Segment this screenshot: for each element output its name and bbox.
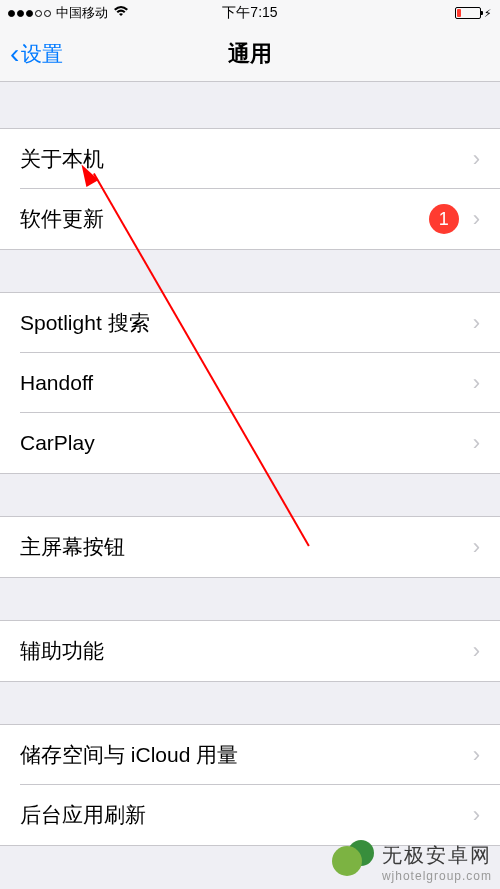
list-group: 储存空间与 iCloud 用量›后台应用刷新› [0,724,500,846]
navigation-bar: ‹ 设置 通用 [0,26,500,82]
chevron-right-icon: › [473,742,480,768]
home-button-item[interactable]: 主屏幕按钮› [0,517,500,577]
chevron-right-icon: › [473,370,480,396]
status-time: 下午7:15 [169,4,330,22]
status-bar: 中国移动 下午7:15 ⚡︎ [0,0,500,26]
item-label: 软件更新 [20,205,429,233]
watermark-logo-icon [332,840,376,884]
chevron-right-icon: › [473,802,480,828]
item-label: 主屏幕按钮 [20,533,473,561]
back-label: 设置 [21,40,63,68]
list-group: Spotlight 搜索›Handoff›CarPlay› [0,292,500,474]
list-group: 关于本机›软件更新1› [0,128,500,250]
chevron-right-icon: › [473,430,480,456]
item-label: 关于本机 [20,145,473,173]
chevron-right-icon: › [473,146,480,172]
item-label: 辅助功能 [20,637,473,665]
spotlight-item[interactable]: Spotlight 搜索› [0,293,500,353]
list-group: 主屏幕按钮› [0,516,500,578]
storage-item[interactable]: 储存空间与 iCloud 用量› [0,725,500,785]
chevron-right-icon: › [473,310,480,336]
watermark: 无极安卓网 wjhotelgroup.com [332,840,492,884]
chevron-right-icon: › [473,206,480,232]
chevron-right-icon: › [473,534,480,560]
item-label: 后台应用刷新 [20,801,473,829]
carplay-item[interactable]: CarPlay› [0,413,500,473]
list-group: 辅助功能› [0,620,500,682]
accessibility-item[interactable]: 辅助功能› [0,621,500,681]
item-label: Handoff [20,371,473,395]
about-item[interactable]: 关于本机› [0,129,500,189]
cellular-signal-icon [8,10,51,17]
item-label: 储存空间与 iCloud 用量 [20,741,473,769]
chevron-left-icon: ‹ [10,38,19,70]
background-refresh-item[interactable]: 后台应用刷新› [0,785,500,845]
page-title: 通用 [228,39,272,69]
back-button[interactable]: ‹ 设置 [10,38,63,70]
wifi-icon [113,5,129,21]
software-update-item[interactable]: 软件更新1› [0,189,500,249]
item-label: CarPlay [20,431,473,455]
battery-icon [455,7,481,19]
charging-icon: ⚡︎ [484,7,492,20]
update-badge: 1 [429,204,459,234]
handoff-item[interactable]: Handoff› [0,353,500,413]
watermark-domain: wjhotelgroup.com [382,869,492,883]
chevron-right-icon: › [473,638,480,664]
item-label: Spotlight 搜索 [20,309,473,337]
carrier-label: 中国移动 [56,4,108,22]
